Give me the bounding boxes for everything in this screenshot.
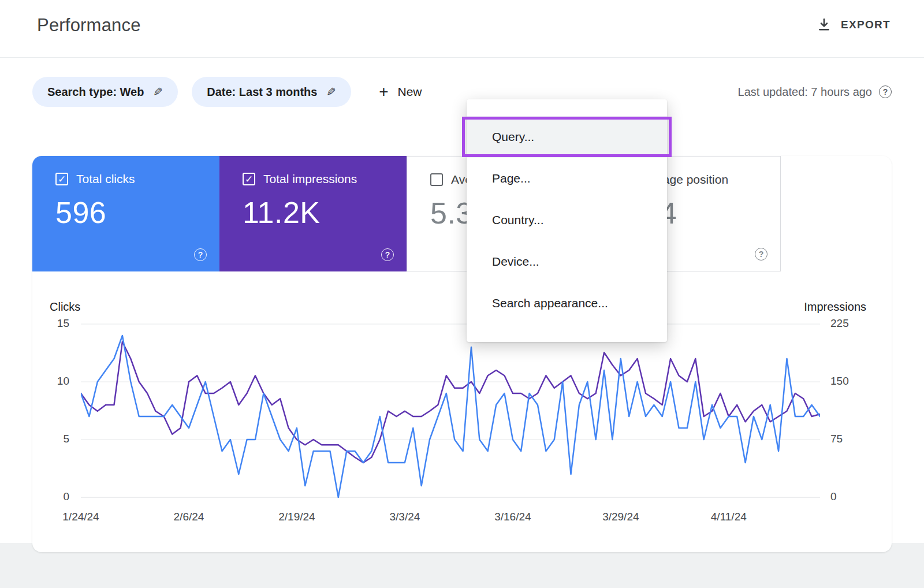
y-tick-label: 5 (32, 433, 69, 445)
search-type-label: Search type: Web (47, 85, 144, 99)
new-filter-button[interactable]: + New (379, 85, 422, 99)
x-tick-label: 3/16/24 (494, 511, 531, 523)
new-filter-label: New (398, 85, 422, 99)
x-tick-label: 1/24/24 (62, 511, 99, 523)
plus-icon: + (379, 86, 388, 98)
menu-item-search-appearance[interactable]: Search appearance... (467, 282, 667, 324)
menu-item-page[interactable]: Page... (467, 158, 667, 199)
export-button[interactable]: EXPORT (817, 17, 891, 32)
menu-item-country[interactable]: Country... (467, 199, 667, 241)
menu-item-device[interactable]: Device... (467, 241, 667, 282)
card-label: Total impressions (263, 172, 357, 186)
date-filter-chip[interactable]: Date: Last 3 months ✎ (192, 77, 351, 107)
card-value: 596 (55, 195, 219, 230)
total-clicks-card[interactable]: ✓ Total clicks 596 ? (32, 156, 219, 271)
chart-canvas (81, 323, 820, 498)
menu-item-query[interactable]: Query... (467, 116, 667, 158)
card-label: Total clicks (76, 172, 135, 186)
y-tick-label: 15 (32, 317, 69, 330)
performance-chart: Clicks Impressions 0 5 10 15 0 75 150 22… (32, 300, 892, 552)
right-axis-title: Impressions (804, 300, 866, 314)
checkbox[interactable]: ✓ (243, 173, 255, 185)
filter-bar: Search type: Web ✎ Date: Last 3 months ✎… (32, 77, 892, 107)
y-tick-label: 150 (830, 375, 871, 388)
chart-plot-area: 1/24/24 2/6/24 2/19/24 3/3/24 3/16/24 3/… (81, 323, 820, 498)
new-filter-dropdown: Query... Page... Country... Device... Se… (467, 99, 667, 342)
checkbox[interactable] (430, 173, 443, 186)
y-tick-label: 75 (830, 433, 871, 445)
left-axis-title: Clicks (50, 300, 80, 314)
card-value: 11.2K (243, 195, 407, 230)
x-tick-label: 4/11/24 (711, 511, 747, 523)
x-tick-label: 3/3/24 (389, 511, 420, 523)
x-tick-label: 2/6/24 (174, 511, 204, 523)
pencil-icon: ✎ (326, 85, 336, 99)
x-tick-label: 3/29/24 (602, 511, 639, 523)
last-updated-text: Last updated: 7 hours ago (738, 85, 872, 99)
x-tick-label: 2/19/24 (278, 511, 315, 523)
pencil-icon: ✎ (153, 85, 163, 99)
y-tick-label: 10 (32, 375, 69, 388)
last-updated: Last updated: 7 hours ago ? (738, 85, 892, 99)
date-filter-label: Date: Last 3 months (207, 85, 317, 99)
download-icon (817, 17, 832, 32)
export-label: EXPORT (841, 18, 891, 31)
search-type-chip[interactable]: Search type: Web ✎ (32, 77, 178, 107)
total-impressions-card[interactable]: ✓ Total impressions 11.2K ? (219, 156, 407, 271)
help-icon[interactable]: ? (755, 248, 767, 260)
help-icon[interactable]: ? (879, 85, 892, 98)
y-tick-label: 0 (32, 490, 69, 503)
y-tick-label: 0 (830, 490, 871, 503)
checkbox[interactable]: ✓ (55, 173, 68, 185)
help-icon[interactable]: ? (194, 248, 207, 261)
metric-cards-row: ✓ Total clicks 596 ? ✓ Total impressions… (32, 156, 892, 271)
header-divider (0, 57, 924, 58)
help-icon[interactable]: ? (381, 248, 394, 261)
performance-panel: ✓ Total clicks 596 ? ✓ Total impressions… (32, 156, 892, 552)
y-tick-label: 225 (830, 317, 871, 330)
page-title: Performance (37, 15, 141, 36)
